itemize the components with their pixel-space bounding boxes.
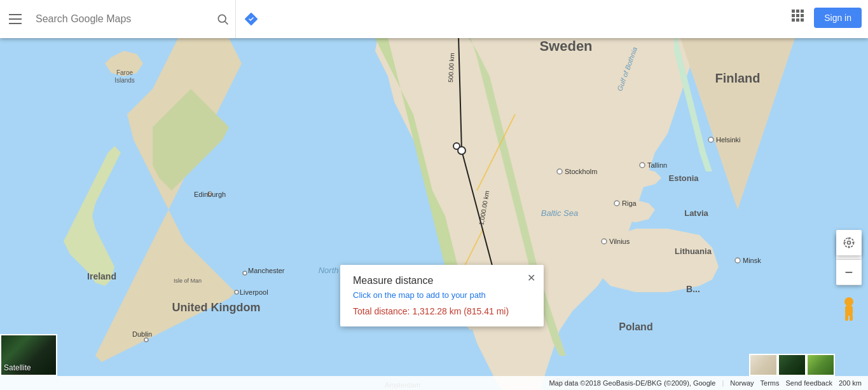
svg-rect-54 <box>801 10 804 13</box>
svg-text:Manchester: Manchester <box>248 267 285 274</box>
svg-text:Helsinki: Helsinki <box>716 136 741 144</box>
svg-text:Riga: Riga <box>622 199 637 207</box>
total-distance: Total distance: 1,312.28 km (815.41 mi) <box>353 306 531 316</box>
svg-point-30 <box>243 271 247 275</box>
bottom-bar: Map data ©2018 GeoBasis-DE/BKG (©2009), … <box>0 376 868 390</box>
svg-rect-64 <box>850 314 853 321</box>
svg-text:Baltic Sea: Baltic Sea <box>541 208 579 218</box>
svg-text:Isle of Man: Isle of Man <box>174 278 202 284</box>
svg-rect-63 <box>845 314 848 321</box>
svg-text:Dublin: Dublin <box>132 330 152 338</box>
map-type-controls <box>749 354 835 376</box>
svg-text:Lithuania: Lithuania <box>675 246 712 256</box>
google-apps-button[interactable] <box>789 6 808 29</box>
header <box>0 0 868 38</box>
distance-label: Total distance: <box>353 306 410 316</box>
search-button[interactable] <box>210 6 235 32</box>
svg-rect-53 <box>796 10 799 13</box>
svg-text:Edinburgh: Edinburgh <box>194 191 226 198</box>
satellite-label: Satellite <box>4 363 31 372</box>
send-feedback-link[interactable]: Send feedback <box>786 379 832 387</box>
svg-rect-55 <box>792 14 795 17</box>
zoom-out-button[interactable]: − <box>836 260 862 285</box>
separator1: | <box>722 379 724 387</box>
svg-point-32 <box>235 290 238 294</box>
svg-point-65 <box>848 241 851 245</box>
scale-label: 200 km <box>839 379 862 387</box>
svg-text:Islands: Islands <box>114 77 135 84</box>
svg-text:Finland: Finland <box>715 71 760 85</box>
svg-text:Faroe: Faroe <box>116 69 134 76</box>
svg-rect-52 <box>792 10 795 13</box>
pegman-button[interactable] <box>836 297 862 322</box>
svg-text:United Kingdom: United Kingdom <box>172 301 261 314</box>
popup-title: Measure distance <box>353 275 531 286</box>
map-svg: Sweden Finland United Kingdom Ireland Es… <box>0 0 868 390</box>
svg-point-18 <box>614 201 619 206</box>
svg-rect-60 <box>801 18 804 22</box>
search-input[interactable] <box>31 13 210 25</box>
svg-text:B...: B... <box>686 284 700 294</box>
svg-rect-56 <box>796 14 799 17</box>
svg-rect-59 <box>796 18 799 22</box>
top-right-controls: Sign in <box>789 6 862 29</box>
svg-text:Liverpool: Liverpool <box>240 288 268 296</box>
svg-point-14 <box>708 137 713 142</box>
satellite-type-button[interactable] <box>778 354 806 376</box>
svg-point-16 <box>640 163 645 168</box>
svg-text:Latvia: Latvia <box>684 208 708 218</box>
terrain-type-button[interactable] <box>806 354 835 376</box>
svg-text:Minsk: Minsk <box>743 257 761 264</box>
svg-rect-57 <box>801 14 804 17</box>
svg-point-24 <box>557 169 562 174</box>
attribution: Map data ©2018 GeoBasis-DE/BKG (©2009), … <box>549 379 715 387</box>
distance-value: 1,312.28 km (815.41 mi) <box>412 306 509 316</box>
close-button[interactable]: ✕ <box>523 270 539 285</box>
satellite-thumbnail[interactable]: Satellite <box>0 334 57 376</box>
hamburger-icon <box>9 14 22 24</box>
directions-button[interactable] <box>235 0 266 38</box>
svg-point-28 <box>144 338 148 342</box>
svg-text:Ireland: Ireland <box>87 271 116 281</box>
search-box <box>31 6 266 32</box>
popup-subtitle: Click on the map to add to your path <box>353 290 531 300</box>
svg-rect-58 <box>792 18 795 22</box>
svg-point-20 <box>602 239 607 244</box>
svg-text:Sweden: Sweden <box>539 38 592 54</box>
norway-link[interactable]: Norway <box>730 379 754 387</box>
svg-text:Stockholm: Stockholm <box>565 168 597 175</box>
svg-point-45 <box>458 147 465 154</box>
sign-in-button[interactable]: Sign in <box>814 8 862 28</box>
svg-text:Tallinn: Tallinn <box>647 161 667 169</box>
svg-text:Estonia: Estonia <box>669 173 699 183</box>
map-container[interactable]: Sweden Finland United Kingdom Ireland Es… <box>0 0 868 390</box>
svg-text:Vilnius: Vilnius <box>609 238 630 245</box>
svg-point-22 <box>735 258 740 263</box>
svg-line-51 <box>225 22 228 25</box>
svg-text:Poland: Poland <box>619 321 652 332</box>
locate-me-button[interactable] <box>836 230 862 255</box>
svg-rect-62 <box>845 306 853 316</box>
menu-button[interactable] <box>0 0 31 38</box>
map-type-button[interactable] <box>749 354 778 376</box>
measure-distance-popup: ✕ Measure distance Click on the map to a… <box>340 265 544 326</box>
svg-point-61 <box>844 297 853 306</box>
terms-link[interactable]: Terms <box>761 379 780 387</box>
svg-point-50 <box>218 15 226 22</box>
